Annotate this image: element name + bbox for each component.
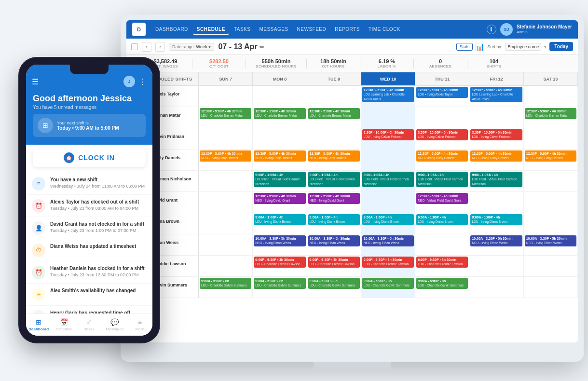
- nav-item-tasks[interactable]: TASKS: [230, 25, 255, 35]
- day-cell[interactable]: 6:00P - 9:30P • 3h 30minLDU - Charlotte …: [253, 256, 307, 276]
- day-cell[interactable]: 9:00 - 1:05A • 4hLDU Field · Virtual Fie…: [469, 171, 523, 191]
- bottom-nav-more[interactable]: ≡ More: [127, 318, 152, 331]
- day-cell[interactable]: 9:00A - 5:00P • 8hLDU - Charlotte Galvin…: [253, 277, 307, 298]
- shift-block[interactable]: 6:00P - 9:30P • 3h 30minLDU - Charlotte …: [362, 257, 414, 268]
- day-cell[interactable]: 9:00A - 5:00P • 8hLDU - Charlotte Galvin…: [415, 277, 469, 298]
- day-cell[interactable]: 10:00A - 3:30P • 5h 30minNEO - Irving Et…: [307, 234, 361, 255]
- nav-item-dashboard[interactable]: DASHBOARD: [151, 25, 192, 35]
- list-item[interactable]: ⏱Diana Weiss has updated a timesheet: [26, 239, 152, 261]
- day-cell[interactable]: 9:00 - 1:05A • 4hLDU Field · Virtual Fie…: [361, 171, 415, 191]
- info-icon[interactable]: ℹ: [487, 25, 496, 34]
- shift-block[interactable]: 12:30P - 5:00P • 4h 30minNEO - Irving Ca…: [308, 150, 360, 162]
- shift-block[interactable]: 12:30P - 5:00P • 4h 30minNEO - Irving Ca…: [470, 150, 522, 162]
- day-cell[interactable]: [199, 234, 253, 255]
- shift-block[interactable]: 9:00 - 1:05A • 4hLDU Field · Virtual Fie…: [362, 172, 414, 187]
- shift-block[interactable]: 12:30P - 5:00P • 4h 30minNEO - Irving Da…: [254, 193, 305, 204]
- day-cell[interactable]: 12:30P - 5:00P • 4h 30minNEO - Irving Ca…: [524, 150, 578, 170]
- day-cell[interactable]: 9:00A - 5:00P • 8hLDU - Charlotte Galvin…: [361, 277, 415, 298]
- stats-button[interactable]: Stats: [456, 43, 473, 51]
- day-cell[interactable]: 6:00P - 9:30P • 3h 30minLDU - Charlotte …: [361, 256, 415, 276]
- day-cell[interactable]: 9:00 - 1:05A • 4hLDU Field · Virtual Fie…: [415, 171, 469, 191]
- shift-block[interactable]: 12:30P - 5:00P • 4h 30minLDU - Charlotte…: [200, 108, 251, 119]
- shift-block[interactable]: 12:30P - 5:00P • 4h 30minLDU - Charlotte…: [308, 108, 360, 119]
- shift-block[interactable]: 9:00A - 1:00P • 4hLDU - Irving Diana Bro…: [308, 214, 360, 225]
- shift-block[interactable]: 9:00P - 1:05A • 4hLDU Field · Virtual Fi…: [308, 172, 360, 187]
- day-cell[interactable]: 12:30P - 5:00P • 4h 30minLDU - Charlotte…: [307, 107, 361, 128]
- list-item[interactable]: ☀Alex Smith's availability has changed: [26, 284, 152, 306]
- day-cell[interactable]: [469, 277, 523, 298]
- day-cell[interactable]: 12:30P - 5:00P • 4h 30minLDU - Charlotte…: [199, 107, 253, 128]
- day-cell[interactable]: [199, 128, 253, 149]
- day-cell[interactable]: 9:00P - 1:05A • 4hLDU Field · Virtual Fi…: [253, 171, 307, 191]
- select-all-checkbox[interactable]: [131, 43, 138, 50]
- day-cell[interactable]: 12:30P - 5:00P • 4h 30minNEO - Irving Da…: [307, 192, 361, 213]
- day-cell[interactable]: [199, 192, 253, 213]
- nav-item-reports[interactable]: REPORTS: [331, 25, 364, 35]
- nav-item-schedule[interactable]: SCHEDULE: [193, 25, 229, 35]
- day-cell[interactable]: [524, 213, 578, 234]
- shift-block[interactable]: 6:00P - 9:30P • 3h 30minLDU - Charlotte …: [254, 257, 305, 268]
- day-cell[interactable]: 12:30P - 5:00P • 4h 30minLDU Learning La…: [469, 86, 523, 107]
- day-cell[interactable]: [524, 128, 578, 149]
- shift-block[interactable]: 10:00A - 3:30P • 5h 30minNEO - Irving Et…: [362, 235, 414, 246]
- day-cell[interactable]: 12:30P - 5:00P • 4h 30minNEO - Irving Ca…: [253, 150, 307, 170]
- next-btn[interactable]: ›: [155, 42, 165, 52]
- shift-block[interactable]: 9:00P - 1:05A • 4hLDU Field · Virtual Fi…: [254, 172, 305, 187]
- day-cell[interactable]: 12:30P - 5:00P • 4h 30minNEO - Irving Da…: [253, 192, 307, 213]
- shift-block[interactable]: 6:00P - 9:30P • 3h 30minLDU - Charlotte …: [308, 257, 360, 268]
- day-cell[interactable]: [199, 86, 253, 107]
- day-cell[interactable]: 10:00A - 3:30P • 5h 30minNEO - Irving Et…: [524, 234, 578, 255]
- day-cell[interactable]: [199, 213, 253, 234]
- shift-block[interactable]: 12:30P - 5:00P • 4h 30minLDU - Charlotte…: [525, 108, 576, 119]
- day-cell[interactable]: [469, 107, 523, 128]
- list-item[interactable]: ≡You have a new shiftWednesday • July 24…: [26, 173, 152, 195]
- hamburger-icon[interactable]: ☰: [32, 77, 39, 86]
- day-cell[interactable]: [524, 171, 578, 191]
- shift-block[interactable]: 12:30P - 5:00P • 4h 30minLDU Learning La…: [470, 87, 522, 102]
- day-cell[interactable]: [415, 234, 469, 255]
- day-cell[interactable]: 10:00A - 3:30P • 5h 30minNEO - Irving Et…: [469, 234, 523, 255]
- bottom-nav-schedule[interactable]: 📅 Schedule: [51, 318, 76, 331]
- day-cell[interactable]: 12:30P - 1:00P • 4h 30minLDU - Charlotte…: [253, 107, 307, 128]
- day-cell[interactable]: 12:30P - 5:00P • 4h 30minNEO - Irving Ca…: [307, 150, 361, 170]
- shift-block[interactable]: 10:00A - 3:30P • 5h 30minNEO - Irving Et…: [254, 235, 305, 246]
- shift-block[interactable]: 9:00A - 5:00P • 8hLDU - Charlotte Galvin…: [416, 278, 468, 289]
- day-cell[interactable]: 3:30P - 10:00P • 6h 30minLDU - Irving Ca…: [415, 128, 469, 149]
- shift-block[interactable]: 10:00A - 3:30P • 5h 30minNEO - Irving Et…: [308, 235, 360, 246]
- date-range-selector[interactable]: Date range: Week ▾: [169, 43, 214, 51]
- shift-block[interactable]: 3:30P - 10:00P • 6h 30minLDU - Irving Ca…: [470, 129, 522, 140]
- shift-block[interactable]: 12:30P - 5:00P • 4h 30minNEO - Irving Ca…: [416, 150, 468, 162]
- shift-block[interactable]: 10:00A - 3:30P • 5h 30minNEO - Irving Et…: [525, 235, 576, 246]
- day-cell[interactable]: [253, 86, 307, 107]
- today-button[interactable]: Today: [549, 42, 573, 51]
- day-cell[interactable]: 12:30P - 5:00P • 4h 30minLDU • Irving Al…: [415, 86, 469, 107]
- day-cell[interactable]: [524, 256, 578, 276]
- shift-block[interactable]: 9:00 - 1:05A • 4hLDU Field · Virtual Fie…: [470, 172, 522, 187]
- list-item[interactable]: ⏰Alexis Taylor has clocked out of a shif…: [26, 195, 152, 217]
- day-cell[interactable]: [361, 192, 415, 213]
- day-cell[interactable]: [199, 171, 253, 191]
- nav-item-messages[interactable]: MESSAGES: [255, 25, 292, 35]
- day-cell[interactable]: 9:00A - 5:00P • 8hLDU - Charlotte Galvin…: [307, 277, 361, 298]
- day-cell[interactable]: 12:30P - 5:00P • 4h 30minNEO - Virtual F…: [415, 192, 469, 213]
- shift-block[interactable]: 12:30P - 5:00P • 4h 30minNEO - Irving Ca…: [254, 150, 305, 162]
- sort-select[interactable]: Employee name: [505, 43, 541, 51]
- day-cell[interactable]: 9:00A - 1:00P • 4hLDU - Irving Diana Bro…: [307, 213, 361, 234]
- shift-block[interactable]: 9:00 - 1:05A • 4hLDU Field · Virtual Fie…: [416, 172, 468, 187]
- nav-item-newsfeed[interactable]: NEWSFEED: [293, 25, 330, 35]
- shift-block[interactable]: 9:00A - 1:00P • 4hLDU - Irving Diana Bro…: [254, 214, 305, 225]
- shift-block[interactable]: 6:00P - 9:30P • 3h 30minLDU - Charlotte …: [416, 257, 468, 268]
- shift-block[interactable]: 9:00A - 5:00P • 8hLDU - Charlotte Galvin…: [254, 278, 305, 289]
- day-cell[interactable]: 10:00A - 3:30P • 5h 30minNEO - Irving Et…: [253, 234, 307, 255]
- shift-block[interactable]: 9:00A - 5:00P • 8hLDU - Charlotte Galvin…: [308, 278, 360, 289]
- day-cell[interactable]: 9:00A - 1:00P • 4hLDU - Irving Diana Bro…: [361, 213, 415, 234]
- day-cell[interactable]: 3:30P - 10:00P • 6h 30minLDU - Irving Ca…: [469, 128, 523, 149]
- day-cell[interactable]: [253, 128, 307, 149]
- shift-block[interactable]: 2:30P - 10:00P • 6h 30minLDU - Irving Ca…: [362, 129, 414, 140]
- shift-block[interactable]: 10:00A - 3:30P • 5h 30minNEO - Irving Et…: [470, 235, 522, 246]
- day-cell[interactable]: [199, 256, 253, 276]
- shift-block[interactable]: 3:30P - 10:00P • 6h 30minLDU - Irving Ca…: [416, 129, 468, 140]
- shift-block[interactable]: 12:30P - 5:00P • 4h 30minLDU Learning La…: [362, 87, 414, 102]
- list-item[interactable]: 👤David Grant has not clocked in for a sh…: [26, 217, 152, 239]
- day-cell[interactable]: 9:00A - 1:00P • 4hLDU - Irving Diana Bro…: [253, 213, 307, 234]
